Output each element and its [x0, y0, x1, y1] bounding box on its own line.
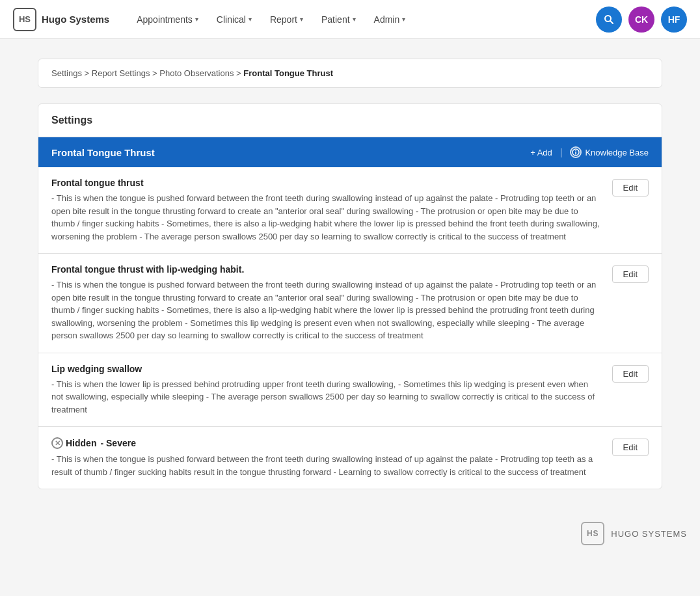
settings-card: Settings Frontal Tongue Thrust + Add | K…: [38, 103, 662, 489]
footer-logo: HS: [581, 522, 604, 545]
add-button[interactable]: + Add: [530, 148, 552, 157]
observation-item-2: Frontal tongue thrust with lip-wedging h…: [38, 254, 662, 353]
obs-content: ✕ Hidden - Severe - This is when the ton…: [51, 437, 602, 478]
obs-title-text: Frontal tongue thrust with lip-wedging h…: [51, 264, 244, 275]
nav-item-report[interactable]: Report ▾: [262, 9, 311, 30]
obs-content: Lip wedging swallow - This is when the l…: [51, 364, 602, 416]
main-content: Settings > Report Settings > Photo Obser…: [25, 59, 675, 489]
obs-title-text: Lip wedging swallow: [51, 364, 142, 374]
knowledge-base-button[interactable]: Knowledge Base: [570, 146, 649, 158]
header-bar-actions: + Add | Knowledge Base: [530, 146, 649, 158]
edit-button[interactable]: Edit: [612, 439, 649, 456]
navbar-actions: CK HF: [596, 7, 687, 33]
nav-item-patient[interactable]: Patient ▾: [314, 9, 364, 30]
header-bar-title: Frontal Tongue Thrust: [51, 147, 155, 158]
obs-title: Lip wedging swallow: [51, 364, 602, 374]
divider: |: [560, 147, 563, 157]
breadcrumb-sep-1: >: [85, 68, 92, 78]
nav-item-clinical[interactable]: Clinical ▾: [209, 9, 260, 30]
obs-title: ✕ Hidden - Severe: [51, 437, 602, 449]
settings-title: Settings: [38, 104, 662, 137]
breadcrumb: Settings > Report Settings > Photo Obser…: [51, 68, 649, 78]
breadcrumb-sep-2: >: [152, 68, 159, 78]
edit-button[interactable]: Edit: [612, 265, 649, 283]
observation-item-4: ✕ Hidden - Severe - This is when the ton…: [38, 427, 662, 489]
chevron-down-icon: ▾: [402, 16, 405, 23]
obs-desc: - This is when the tongue is pushed forw…: [51, 192, 602, 243]
breadcrumb-report-settings[interactable]: Report Settings: [92, 68, 150, 78]
obs-desc: - This is when the lower lip is pressed …: [51, 378, 602, 416]
nav-item-admin[interactable]: Admin ▾: [366, 9, 414, 30]
hidden-x-icon: ✕: [51, 437, 63, 449]
chevron-down-icon: ▾: [300, 16, 303, 23]
breadcrumb-sep-3: >: [236, 68, 243, 78]
obs-desc: - This is when the tongue is pushed forw…: [51, 453, 602, 478]
breadcrumb-current: Frontal Tongue Thrust: [243, 68, 333, 78]
knowledge-icon: [570, 146, 582, 158]
chevron-down-icon: ▾: [195, 16, 198, 23]
obs-title: Frontal tongue thrust: [51, 178, 602, 188]
observation-item-1: Frontal tongue thrust - This is when the…: [38, 167, 662, 254]
user-ck-button[interactable]: CK: [628, 7, 654, 33]
chevron-down-icon: ▾: [249, 16, 252, 23]
edit-button[interactable]: Edit: [612, 179, 649, 196]
footer-brand-name: HUGO SYSTEMS: [611, 529, 687, 539]
breadcrumb-card: Settings > Report Settings > Photo Obser…: [38, 59, 662, 88]
brand-logo-link[interactable]: HS Hugo Systems: [13, 8, 109, 31]
observation-item-3: Lip wedging swallow - This is when the l…: [38, 353, 662, 427]
obs-content: Frontal tongue thrust with lip-wedging h…: [51, 264, 602, 342]
knowledge-base-label: Knowledge Base: [585, 148, 649, 157]
navbar: HS Hugo Systems Appointments ▾ Clinical …: [0, 0, 700, 39]
nav-item-appointments[interactable]: Appointments ▾: [129, 9, 206, 30]
nav-items: Appointments ▾ Clinical ▾ Report ▾ Patie…: [129, 9, 596, 30]
header-bar: Frontal Tongue Thrust + Add | Knowledge …: [38, 137, 662, 167]
footer: HS HUGO SYSTEMS: [0, 509, 700, 558]
breadcrumb-settings[interactable]: Settings: [51, 68, 82, 78]
severity-label: - Severe: [100, 438, 135, 448]
svg-point-3: [576, 150, 576, 151]
brand-name: Hugo Systems: [42, 14, 109, 25]
obs-content: Frontal tongue thrust - This is when the…: [51, 178, 602, 243]
edit-button[interactable]: Edit: [612, 365, 649, 383]
breadcrumb-photo-observations[interactable]: Photo Observations: [159, 68, 234, 78]
observations-list: Frontal tongue thrust - This is when the…: [38, 167, 662, 489]
obs-title: Frontal tongue thrust with lip-wedging h…: [51, 264, 602, 275]
search-button[interactable]: [596, 7, 622, 33]
svg-line-1: [610, 21, 613, 23]
obs-title-text: Frontal tongue thrust: [51, 178, 144, 188]
hidden-badge: ✕ Hidden: [51, 437, 96, 449]
search-icon: [604, 14, 614, 25]
obs-desc: - This is when the tongue is pushed forw…: [51, 278, 602, 342]
chevron-down-icon: ▾: [353, 16, 356, 23]
user-hf-button[interactable]: HF: [661, 7, 687, 33]
brand-logo: HS: [13, 8, 36, 31]
hidden-label: Hidden: [66, 438, 96, 448]
